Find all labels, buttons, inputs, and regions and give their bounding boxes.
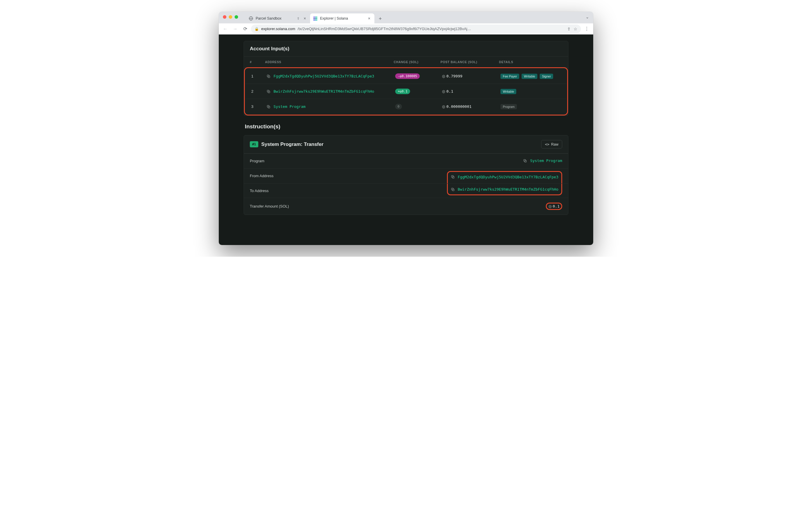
col-address: ADDRESS bbox=[259, 57, 388, 68]
lock-icon: 🔒 bbox=[255, 27, 259, 31]
highlight-accounts: 1 FggM2dxTgdQDyuhPwj5U2VVd3QBe13xTY7BzLA… bbox=[244, 67, 568, 116]
forward-button[interactable]: → bbox=[231, 25, 239, 33]
label-amount: Transfer Amount (SOL) bbox=[244, 198, 337, 215]
address-link[interactable]: FggM2dxTgdQDyuhPwj5U2VVd3QBe13xTY7BzLACq… bbox=[274, 74, 374, 78]
change-badge: -◎0.100005 bbox=[395, 73, 420, 79]
reload-button[interactable]: ⟳ bbox=[241, 25, 249, 33]
table-row: 1 FggM2dxTgdQDyuhPwj5U2VVd3QBe13xTY7BzLA… bbox=[245, 69, 567, 84]
col-details: DETAILS bbox=[493, 57, 568, 68]
close-window[interactable] bbox=[223, 15, 227, 19]
globe-icon bbox=[249, 16, 253, 21]
minimize-window[interactable] bbox=[229, 15, 232, 19]
tab-parcel-sandbox[interactable]: Parcel Sandbox ⇪ × bbox=[246, 13, 310, 24]
tab-strip: Parcel Sandbox ⇪ × Explorer | Solana × + bbox=[246, 12, 385, 24]
copy-icon[interactable] bbox=[451, 175, 455, 179]
page-content: Account Input(s) # ADDRESS CHANGE (SOL) … bbox=[219, 34, 593, 245]
tag-fee-payer: Fee Payer bbox=[501, 74, 519, 79]
col-index: # bbox=[244, 57, 259, 68]
maximize-window[interactable] bbox=[235, 15, 238, 19]
tag-signer: Signer bbox=[540, 74, 553, 79]
close-icon[interactable]: × bbox=[302, 16, 307, 21]
highlight-from-to: BwirZnhFsjrww7ks29E9hWuETR1TM4nTmZbFG1cq… bbox=[447, 184, 562, 195]
copy-icon[interactable] bbox=[523, 159, 527, 163]
col-change: CHANGE (SOL) bbox=[388, 57, 435, 68]
code-icon: <> bbox=[545, 142, 549, 146]
raw-toggle-button[interactable]: <> Raw bbox=[541, 140, 562, 148]
instruction-card: #1 System Program: Transfer <> Raw Progr… bbox=[244, 135, 568, 215]
table-row: 2 BwirZnhFsjrww7ks29E9hWuETR1TM4nTmZbFG1… bbox=[245, 84, 567, 99]
sol-symbol-icon: ◎ bbox=[549, 204, 552, 208]
star-icon[interactable]: ☆ bbox=[574, 27, 577, 31]
back-button[interactable]: ← bbox=[221, 25, 229, 33]
browser-window: Parcel Sandbox ⇪ × Explorer | Solana × +… bbox=[219, 12, 593, 245]
row-index: 2 bbox=[245, 84, 261, 99]
pin-icon: ⇪ bbox=[297, 17, 300, 20]
copy-icon[interactable] bbox=[266, 89, 271, 93]
new-tab-button[interactable]: + bbox=[376, 15, 385, 23]
tab-label: Parcel Sandbox bbox=[256, 16, 294, 20]
highlight-amount: ◎0.1 bbox=[546, 203, 562, 210]
copy-icon[interactable] bbox=[266, 74, 271, 78]
transfer-amount: 0.1 bbox=[553, 204, 560, 208]
instruction-details: Program System Program From Address bbox=[244, 153, 568, 215]
label-program: Program bbox=[244, 154, 337, 169]
post-balance: 0.1 bbox=[446, 89, 453, 93]
accounts-table: # ADDRESS CHANGE (SOL) POST BALANCE (SOL… bbox=[244, 57, 568, 68]
address-bar[interactable]: 🔒 explorer.solana.com /tx/2veQtjNnLinSHR… bbox=[251, 25, 581, 33]
tag-writable: Writable bbox=[501, 89, 516, 94]
toolbar: ← → ⟳ 🔒 explorer.solana.com /tx/2veQtjNn… bbox=[219, 24, 593, 34]
program-link[interactable]: System Program bbox=[274, 104, 306, 109]
sol-symbol-icon: ◎ bbox=[442, 89, 445, 93]
menu-button[interactable]: ⋮ bbox=[583, 26, 591, 32]
program-link[interactable]: System Program bbox=[530, 159, 562, 163]
from-address-link[interactable]: FggM2dxTgdQDyuhPwj5U2VVd3QBe13xTY7BzLACq… bbox=[458, 175, 559, 179]
close-icon[interactable]: × bbox=[367, 16, 372, 21]
tag-program: Program bbox=[501, 104, 517, 109]
post-balance: 0.000000001 bbox=[446, 104, 472, 109]
post-balance: 0.79999 bbox=[446, 74, 462, 78]
instructions-heading: Instruction(s) bbox=[245, 123, 568, 130]
tab-explorer-solana[interactable]: Explorer | Solana × bbox=[310, 13, 374, 24]
label-from: From Address bbox=[244, 168, 337, 184]
row-index: 3 bbox=[245, 99, 261, 114]
card-title: Account Input(s) bbox=[244, 41, 568, 57]
account-inputs-card: Account Input(s) # ADDRESS CHANGE (SOL) … bbox=[244, 41, 568, 116]
url-domain: explorer.solana.com bbox=[261, 27, 295, 31]
change-badge: +◎0.1 bbox=[395, 89, 410, 94]
address-link[interactable]: BwirZnhFsjrww7ks29E9hWuETR1TM4nTmZbFG1cq… bbox=[274, 89, 374, 93]
raw-label: Raw bbox=[551, 142, 559, 146]
copy-icon[interactable] bbox=[451, 187, 455, 191]
label-to: To Address bbox=[244, 184, 337, 198]
copy-icon[interactable] bbox=[266, 105, 271, 109]
table-row: 3 System Program 0 bbox=[245, 99, 567, 114]
row-index: 1 bbox=[245, 69, 261, 84]
instruction-number: #1 bbox=[250, 141, 258, 147]
sol-symbol-icon: ◎ bbox=[442, 104, 445, 109]
url-path: /tx/2veQtjNnLinSHRmD3MdSwrQkkUB7SRdj85GF… bbox=[298, 27, 565, 31]
sol-symbol-icon: ◎ bbox=[442, 74, 445, 78]
highlight-from-to: FggM2dxTgdQDyuhPwj5U2VVd3QBe13xTY7BzLACq… bbox=[447, 171, 562, 184]
tag-writable: Writable bbox=[522, 74, 537, 79]
tab-label: Explorer | Solana bbox=[320, 16, 364, 20]
window-controls bbox=[223, 15, 238, 19]
share-icon[interactable]: ⇪ bbox=[567, 27, 571, 31]
change-badge: 0 bbox=[395, 104, 402, 109]
to-address-link[interactable]: BwirZnhFsjrww7ks29E9hWuETR1TM4nTmZbFG1cq… bbox=[458, 187, 559, 191]
chevron-down-icon[interactable]: ⌄ bbox=[585, 15, 589, 19]
col-post: POST BALANCE (SOL) bbox=[435, 57, 493, 68]
titlebar: Parcel Sandbox ⇪ × Explorer | Solana × +… bbox=[219, 12, 593, 24]
solana-icon bbox=[313, 16, 318, 21]
instruction-title: System Program: Transfer bbox=[261, 142, 323, 147]
